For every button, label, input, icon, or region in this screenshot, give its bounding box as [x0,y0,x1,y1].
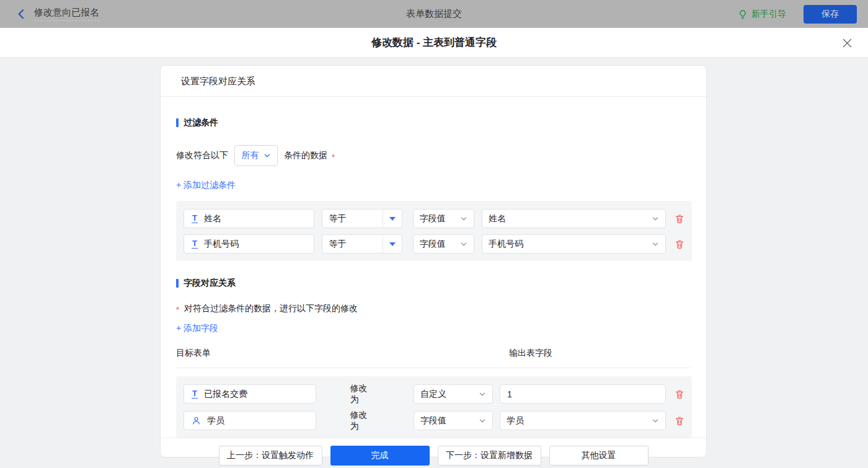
filter-section-title: 过滤条件 [176,117,691,128]
mapping-row: 学员 修改为 字段值 学员 [184,411,684,430]
filter-field-input[interactable]: T 手机号码 [184,234,314,254]
filter-value-type-select[interactable]: 字段值 [413,209,474,228]
custom-value-input[interactable] [500,384,666,404]
modify-as-label: 修改为 [350,410,376,432]
required-mark: * [176,305,179,314]
dialog-title: 修改数据 - 主表到普通字段 [371,35,497,50]
filter-value-type-select[interactable]: 字段值 [413,234,474,254]
guide-label: 新手引导 [751,9,786,20]
back-icon[interactable] [16,9,27,19]
mapping-description: * 对符合过滤条件的数据，进行以下字段的修改 [176,303,691,314]
previous-step-button[interactable]: 上一步：设置触发动作 [219,446,322,466]
filter-conditions-panel: T 姓名 等于 字段值 姓名 [176,201,692,261]
filter-operator-select[interactable]: 等于 [322,234,402,254]
filter-row: T 手机号码 等于 字段值 手机号码 [184,234,684,254]
filter-value-select[interactable]: 姓名 [482,209,666,228]
target-field-input[interactable]: T 已报名交费 [184,384,316,404]
filter-row: T 姓名 等于 字段值 姓名 [184,209,684,228]
match-condition-row: 修改符合以下 所有 条件的数据 * [176,145,691,166]
add-filter-condition-link[interactable]: + 添加过滤条件 [176,180,236,191]
triangle-down-icon [389,242,396,246]
field-mapping-panel: T 已报名交费 修改为 自定义 [176,376,692,438]
close-icon[interactable] [842,38,852,48]
card-title: 设置字段对应关系 [161,66,706,97]
mapping-table-header: 目标表单 输出表字段 [176,348,691,368]
done-button[interactable]: 完成 [330,446,430,466]
section-accent-bar [176,118,179,127]
text-field-icon: T [192,239,198,249]
filter-field-input[interactable]: T 姓名 [184,209,314,228]
delete-row-icon[interactable] [675,239,684,249]
text-field-icon: T [192,214,198,223]
triangle-down-icon [389,217,396,221]
modify-as-label: 修改为 [350,383,376,405]
target-field-input[interactable]: 学员 [184,411,316,430]
chevron-down-icon [479,391,486,398]
text-field-icon: T [192,389,198,399]
chevron-down-icon [460,241,467,248]
modify-data-dialog: 修改数据 - 主表到普通字段 设置字段对应关系 过滤条件 修改符合以下 所有 [0,28,868,468]
value-mode-select[interactable]: 自定义 [414,384,493,404]
match-prefix-label: 修改符合以下 [176,150,228,161]
value-mode-select[interactable]: 字段值 [414,411,493,430]
delete-row-icon[interactable] [675,416,684,426]
dialog-header: 修改数据 - 主表到普通字段 [0,28,868,58]
chevron-down-icon [479,417,486,425]
match-mode-select[interactable]: 所有 [234,145,278,166]
beginner-guide-link[interactable]: 新手引导 [738,9,786,20]
output-field-column-label: 输出表字段 [509,348,552,359]
section-accent-bar [176,279,179,288]
filter-value-select[interactable]: 手机号码 [482,234,666,254]
lightbulb-icon [738,9,748,19]
chevron-down-icon [652,417,659,425]
save-button[interactable]: 保存 [804,5,857,24]
next-step-button[interactable]: 下一步：设置新增数据 [438,446,541,466]
chevron-down-icon [264,152,271,159]
chevron-down-icon [652,215,659,223]
delete-row-icon[interactable] [675,389,684,399]
filter-operator-select[interactable]: 等于 [322,209,402,228]
member-field-icon [192,416,201,425]
dialog-body: 设置字段对应关系 过滤条件 修改符合以下 所有 条件的数据 * + 添加过滤条 [0,58,868,468]
flow-name-label[interactable]: 修改意向已报名 [34,7,99,21]
dialog-footer: 上一步：设置触发动作 完成 下一步：设置新增数据 其他设置 [161,438,706,468]
chevron-down-icon [460,215,467,223]
mapping-row: T 已报名交费 修改为 自定义 [184,384,684,404]
output-field-select[interactable]: 学员 [500,411,666,430]
field-mapping-card: 设置字段对应关系 过滤条件 修改符合以下 所有 条件的数据 * + 添加过滤条 [160,65,707,457]
delete-row-icon[interactable] [675,214,684,224]
chevron-down-icon [652,241,659,248]
target-form-column-label: 目标表单 [176,348,211,358]
other-settings-button[interactable]: 其他设置 [549,446,649,466]
match-suffix-label: 条件的数据 [284,150,327,161]
add-field-link[interactable]: + 添加字段 [176,323,218,334]
page-title: 表单数据提交 [406,8,462,20]
topbar: 修改意向已报名 表单数据提交 新手引导 保存 [0,0,868,28]
required-mark: * [332,152,335,162]
mapping-section-title: 字段对应关系 [176,278,691,289]
